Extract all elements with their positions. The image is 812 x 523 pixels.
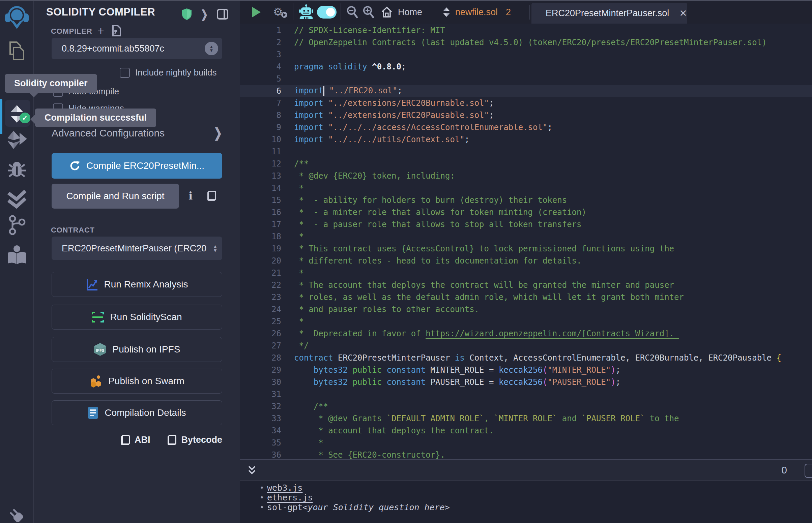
code-line[interactable]: 35 *: [240, 437, 812, 449]
code-line[interactable]: 18 *: [240, 231, 812, 242]
details-icon: [88, 407, 99, 419]
advanced-configurations[interactable]: Advanced Configurations ❯: [52, 127, 222, 139]
deploy-run-icon[interactable]: [0, 129, 34, 150]
code-line[interactable]: 14 *: [240, 182, 812, 194]
code-line[interactable]: 21 *: [240, 267, 812, 279]
close-tab-icon[interactable]: ✕: [679, 8, 687, 19]
code-lines: 1// SPDX-License-Identifier: MIT2// Open…: [240, 24, 812, 459]
contract-select-value: ERC20PresetMinterPauser (ERC20: [52, 243, 213, 254]
code-line[interactable]: 28contract ERC20PresetMinterPauser is Co…: [240, 352, 812, 364]
contract-select[interactable]: ERC20PresetMinterPauser (ERC20 ▲▼: [52, 237, 222, 260]
run-remix-analysis-button[interactable]: Run Remix Analysis: [52, 272, 222, 297]
code-line[interactable]: 1// SPDX-License-Identifier: MIT: [240, 24, 812, 36]
code-line[interactable]: 19 * This contract uses {AccessControl} …: [240, 242, 812, 255]
advanced-configurations-label: Advanced Configurations: [52, 127, 164, 139]
code-line[interactable]: 34 * account that deploys the contract.: [240, 425, 812, 437]
code-line[interactable]: 20 * different roles - head to its docum…: [240, 255, 812, 267]
file-explorer-icon[interactable]: [0, 40, 34, 62]
copy-icon[interactable]: [207, 191, 216, 201]
copy-bytecode-button[interactable]: Bytecode: [167, 435, 222, 445]
code-line[interactable]: 22 * The account that deploys the contra…: [240, 279, 812, 291]
code-line[interactable]: 26 * _Deprecated in favor of https://wiz…: [240, 327, 812, 340]
code-line[interactable]: 27 */: [240, 340, 812, 352]
panel-title: SOLIDITY COMPILER: [46, 6, 155, 18]
code-line[interactable]: 6import "../ERC20.sol";: [240, 85, 812, 97]
code-line[interactable]: 13 * @dev {ERC20} token, including:: [240, 170, 812, 182]
code-line[interactable]: 16 * - a minter role that allows for tok…: [240, 206, 812, 218]
terminal-search-input[interactable]: [805, 464, 812, 478]
compiler-version-value: 0.8.29+commit.ab55807c: [52, 43, 205, 54]
remix-logo[interactable]: [0, 4, 34, 32]
compilation-details-label: Compilation Details: [105, 408, 186, 418]
terminal-list-item[interactable]: •ethers.js: [240, 493, 812, 502]
code-line[interactable]: 4pragma solidity ^0.8.0;: [240, 61, 812, 73]
analysis-chart-icon: [86, 278, 98, 290]
include-nightly-row: Include nightly builds: [120, 67, 216, 78]
terminal-body[interactable]: •web3.js•ethers.js•sol-gpt <your Solidit…: [240, 481, 812, 523]
run-solidityscan-button[interactable]: Run SolidityScan: [52, 305, 222, 329]
code-line[interactable]: 15 * - ability for holders to burn (dest…: [240, 194, 812, 206]
contract-select-arrows-icon: ▲▼: [213, 244, 217, 252]
code-line[interactable]: 5: [240, 73, 812, 85]
remix-ai-robot-icon[interactable]: [298, 1, 314, 23]
code-line[interactable]: 36 * See {ERC20-constructor}.: [240, 449, 812, 459]
code-line[interactable]: 32 /**: [240, 400, 812, 413]
code-line[interactable]: 2// OpenZeppelin Contracts (last updated…: [240, 36, 812, 49]
script-config-gear-icon[interactable]: ⚙: [272, 1, 289, 23]
code-line[interactable]: 30 bytes32 public constant PAUSER_ROLE =…: [240, 376, 812, 388]
solidity-compiler-tooltip: Solidity compiler: [5, 74, 97, 93]
tab-newfile[interactable]: newfile.sol 2: [442, 1, 511, 23]
include-nightly-checkbox[interactable]: [120, 68, 130, 78]
code-editor[interactable]: 1// SPDX-License-Identifier: MIT2// Open…: [240, 23, 812, 459]
debugger-icon[interactable]: [0, 158, 34, 180]
terminal-collapse-icon[interactable]: [247, 464, 257, 476]
zoom-in-icon[interactable]: [361, 1, 376, 23]
code-line[interactable]: 23 * roles, as well as the default admin…: [240, 291, 812, 303]
copy-abi-button[interactable]: ABI: [121, 435, 151, 445]
code-line[interactable]: 12/**: [240, 158, 812, 170]
publish-swarm-button[interactable]: Publish on Swarm: [52, 369, 222, 394]
learneth-icon[interactable]: [0, 244, 34, 266]
terminal-header[interactable]: 0: [240, 460, 812, 481]
split-view-icon[interactable]: [217, 9, 228, 20]
panel-expand-chevron-icon[interactable]: ❯: [201, 7, 208, 21]
ipfs-icon: IPFS: [94, 343, 107, 356]
code-line[interactable]: 10import "../../../utils/Context.sol";: [240, 133, 812, 146]
compiler-config-file-icon[interactable]: [112, 25, 121, 36]
compiler-version-select[interactable]: 0.8.29+commit.ab55807c ▲▼: [52, 38, 222, 59]
code-line[interactable]: 8import "../extensions/ERC20Pausable.sol…: [240, 109, 812, 121]
add-compiler-icon[interactable]: +: [98, 25, 104, 36]
code-line[interactable]: 11: [240, 146, 812, 158]
plugin-manager-icon[interactable]: [0, 505, 34, 523]
code-line[interactable]: 33 * @dev Grants `DEFAULT_ADMIN_ROLE`, `…: [240, 413, 812, 425]
advanced-chevron-icon: ❯: [214, 125, 222, 141]
svg-text:⚙: ⚙: [273, 5, 283, 18]
compilation-details-button[interactable]: Compilation Details: [52, 400, 222, 425]
tab-home[interactable]: Home: [381, 1, 422, 23]
code-line[interactable]: 25 *: [240, 315, 812, 327]
publish-ipfs-button[interactable]: IPFS Publish on IPFS: [52, 337, 222, 362]
terminal-list-item[interactable]: •web3.js: [240, 483, 812, 493]
remix-ai-toggle[interactable]: [316, 1, 337, 23]
code-line[interactable]: 3: [240, 49, 812, 61]
code-line[interactable]: 29 bytes32 public constant MINTER_ROLE =…: [240, 364, 812, 376]
tab-erc20presetminterpauser[interactable]: ERC20PresetMinterPauser.sol ✕: [531, 3, 687, 23]
include-nightly-label: Include nightly builds: [135, 67, 216, 78]
zoom-out-icon[interactable]: [345, 1, 360, 23]
compile-and-run-button[interactable]: Compile and Run script: [52, 184, 179, 209]
info-icon[interactable]: i: [189, 190, 193, 202]
unit-testing-icon[interactable]: [0, 188, 34, 210]
main-area: ⚙: [240, 1, 812, 523]
compiler-section-label: COMPILER: [51, 27, 92, 36]
code-line[interactable]: 31: [240, 388, 812, 400]
git-icon[interactable]: [0, 214, 34, 236]
active-tab-label: ERC20PresetMinterPauser.sol: [546, 8, 669, 19]
solidityscan-icon: [92, 311, 104, 323]
run-script-play-icon[interactable]: [249, 1, 264, 23]
code-line[interactable]: 24 * and pauser roles to other accounts.: [240, 303, 812, 315]
code-line[interactable]: 9import "../../../access/AccessControlEn…: [240, 121, 812, 133]
compile-button[interactable]: Compile ERC20PresetMin...: [52, 153, 222, 179]
abi-label: ABI: [135, 435, 151, 445]
code-line[interactable]: 17 * - a pauser role that allows to stop…: [240, 218, 812, 231]
code-line[interactable]: 7import "../extensions/ERC20Burnable.sol…: [240, 97, 812, 109]
